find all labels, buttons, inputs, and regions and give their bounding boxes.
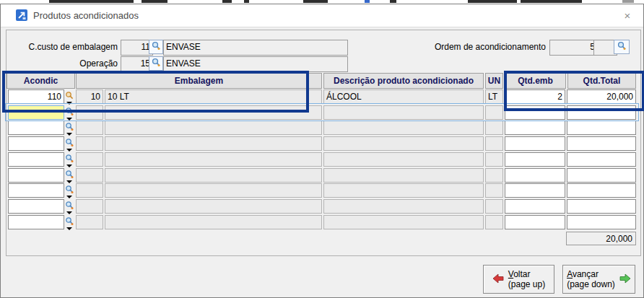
close-button[interactable]: ×: [619, 8, 636, 23]
cell-qtd-emb[interactable]: [505, 136, 565, 151]
row-lookup-magnifier-icon[interactable]: [65, 200, 75, 210]
cell-acondic[interactable]: [8, 168, 64, 183]
cell-embalagem-desc[interactable]: [105, 152, 322, 167]
column-header-un[interactable]: UN: [485, 73, 503, 89]
cell-descricao: [323, 215, 484, 229]
magnifier-icon: [617, 40, 627, 53]
background-window-sliver: [244, 0, 249, 3]
background-window-sliver: [390, 0, 396, 3]
cell-qtd-total[interactable]: [567, 136, 636, 151]
dialog-produtos-acondicionados: Produtos acondicionados × C.custo de emb…: [0, 4, 644, 298]
cell-un: [485, 152, 503, 167]
avancar-button-label: Avançar (page down): [567, 269, 615, 289]
cell-embalagem-code[interactable]: [76, 183, 103, 198]
cell-embalagem-code[interactable]: [76, 136, 103, 151]
cell-embalagem-code[interactable]: [76, 168, 103, 183]
operation-lookup-button[interactable]: [149, 56, 163, 71]
cell-qtd-total[interactable]: [567, 120, 636, 135]
cell-un: [485, 136, 503, 151]
magnifier-icon: [152, 40, 161, 53]
cell-qtd-emb[interactable]: [505, 215, 565, 229]
cell-embalagem-code[interactable]: [76, 120, 103, 135]
row-lookup-magnifier-icon[interactable]: [65, 184, 75, 194]
cell-embalagem-desc[interactable]: [105, 199, 322, 214]
background-window-sliver: [521, 0, 582, 3]
cell-descricao: [323, 183, 484, 198]
row-lookup-magnifier-icon[interactable]: [65, 137, 75, 147]
avancar-button[interactable]: Avançar (page down): [562, 265, 635, 294]
row-lookup-magnifier-icon[interactable]: [65, 169, 75, 179]
row-lookup-magnifier-icon[interactable]: [65, 216, 75, 226]
cell-embalagem-desc[interactable]: [105, 183, 322, 198]
row-dropdown-arrow-icon[interactable]: [66, 180, 72, 183]
back-arrow-icon: [492, 273, 504, 286]
cell-qtd-emb[interactable]: [505, 183, 565, 198]
cell-acondic[interactable]: [8, 136, 64, 151]
cell-embalagem-desc[interactable]: [105, 215, 322, 229]
cell-qtd-emb[interactable]: [505, 120, 565, 135]
row-lookup-magnifier-icon[interactable]: [65, 121, 75, 131]
cell-un: [485, 120, 503, 135]
voltar-button-label: Voltar (page up): [508, 269, 545, 289]
row-lookup-magnifier-icon[interactable]: [65, 153, 75, 163]
cell-acondic[interactable]: [8, 152, 64, 167]
cell-un: [485, 215, 503, 229]
cell-un: LT: [485, 89, 503, 104]
cell-embalagem-desc[interactable]: [105, 168, 322, 183]
cell-qtd-emb[interactable]: [505, 168, 565, 183]
cost-center-lookup-button[interactable]: [149, 40, 163, 54]
column-header-descricao[interactable]: Descrição produto acondicionado: [323, 73, 484, 89]
background-window-sliver: [622, 0, 634, 3]
cell-acondic[interactable]: [8, 120, 64, 135]
screenshot-root: Produtos acondicionados × C.custo de emb…: [0, 0, 644, 298]
title-bar[interactable]: Produtos acondicionados ×: [1, 4, 643, 27]
cell-descricao: [323, 136, 484, 151]
row-dropdown-arrow-icon[interactable]: [66, 165, 72, 167]
cell-embalagem-desc[interactable]: [105, 120, 322, 135]
cell-qtd-total[interactable]: [567, 199, 636, 214]
cell-descricao: [323, 120, 484, 135]
order-value-field[interactable]: 5: [549, 40, 598, 56]
cell-qtd-total[interactable]: [567, 215, 636, 229]
grand-total-field: 20,000: [566, 232, 636, 245]
cell-un: [485, 168, 503, 183]
cell-descricao: ÁLCOOL: [323, 89, 484, 104]
operation-label: Operação: [15, 58, 118, 69]
background-window-sliver: [49, 0, 134, 3]
cell-descricao: [323, 199, 484, 214]
row-dropdown-arrow-icon[interactable]: [66, 133, 72, 136]
cell-embalagem-code[interactable]: [76, 152, 103, 167]
cell-acondic[interactable]: [8, 215, 64, 229]
cell-qtd-total[interactable]: [567, 152, 636, 167]
highlight-box-quantities: [504, 71, 644, 111]
cell-embalagem-code[interactable]: [76, 199, 103, 214]
cell-acondic[interactable]: [8, 199, 64, 214]
order-lookup-button[interactable]: [614, 40, 630, 54]
background-window-sliver: [365, 0, 370, 3]
highlight-box-acondic-embalagem: [2, 71, 309, 113]
background-window-sliver: [468, 0, 517, 3]
cell-qtd-emb[interactable]: [505, 152, 565, 167]
cell-acondic[interactable]: [8, 183, 64, 198]
cell-descricao: [323, 152, 484, 167]
cell-qtd-total[interactable]: [567, 168, 636, 183]
cell-qtd-total[interactable]: [567, 183, 636, 198]
cell-embalagem-code[interactable]: [76, 215, 103, 229]
voltar-button[interactable]: Voltar (page up): [483, 265, 554, 294]
cost-center-label: C.custo de embalagem: [15, 42, 118, 52]
background-window-sliver: [303, 0, 328, 3]
cell-un: [485, 199, 503, 214]
background-window-sliver: [142, 0, 167, 3]
row-dropdown-arrow-icon[interactable]: [66, 149, 72, 152]
forward-arrow-icon: [619, 273, 631, 286]
cell-descricao: [323, 168, 484, 183]
order-label: Ordem de acondicionamento: [434, 42, 546, 52]
row-dropdown-arrow-icon[interactable]: [66, 196, 72, 198]
app-icon: [16, 9, 27, 21]
row-dropdown-arrow-icon[interactable]: [66, 211, 72, 214]
cell-qtd-emb[interactable]: [505, 199, 565, 214]
window-title: Produtos acondicionados: [33, 10, 139, 21]
cost-center-name-field: ENVASE: [163, 40, 348, 56]
row-dropdown-arrow-icon[interactable]: [66, 227, 72, 230]
cell-embalagem-desc[interactable]: [105, 136, 322, 151]
